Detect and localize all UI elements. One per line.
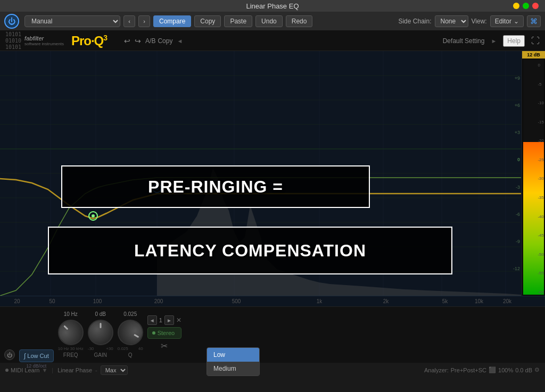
fab-logo-bits: 101010101010101 [5,31,21,51]
freq-label-5k: 5k [442,298,448,304]
band-close-button[interactable]: ✕ [176,316,181,324]
view-select[interactable]: Editor ⌄ [490,15,524,27]
title-bar: Linear Phase EQ [0,0,545,12]
freq-label-20: 20 [14,298,20,304]
paste-button[interactable]: Paste [224,15,252,27]
nav-next-button[interactable]: › [138,15,150,27]
freq-label-200: 200 [154,298,163,304]
default-setting-label: Default Setting [443,37,485,45]
q-knob-value: 0.025 [123,311,137,319]
freq-label-2k: 2k [383,298,389,304]
freq-label-500: 500 [232,298,241,304]
side-chain-label: Side Chain: [398,18,431,25]
band-type-label: Low Cut [27,353,48,359]
redo-button[interactable]: Redo [286,15,313,27]
q-knob[interactable] [113,315,148,350]
undo-icon-button[interactable]: ↩ [124,37,130,45]
plugin-controls: ↩ ↪ A/B Copy ◄ [124,37,183,45]
stereo-button[interactable]: Stereo [147,327,181,339]
band-strip: ⏻ ∫ Low Cut 12 dB/oct 10 Hz 10 Hz 30 kHz… [0,306,545,362]
nav-right-icon: ► [491,38,497,44]
latency-text: LATENCY COMPENSATION [134,241,366,261]
freq-knob-label: FREQ [63,352,78,358]
gain-knob-label: GAIN [94,352,106,358]
ab-copy-control[interactable]: A/B Copy [145,37,172,45]
q-knob-group: 0.025 0.025 40 Q [118,311,143,358]
band-number: 1 [159,317,162,323]
undo-button[interactable]: Undo [255,15,283,27]
side-chain-select[interactable]: None [435,15,468,27]
pre-ringing-annotation: PRE-RINGING = [61,165,370,208]
plugin-header: 101010101010101 fabfilter software instr… [0,31,545,51]
redo-icon-button[interactable]: ↪ [135,37,141,45]
copy-button[interactable]: Copy [194,15,221,27]
scissors-button[interactable]: ✂ [147,341,181,351]
power-button[interactable]: ⏻ [4,14,19,29]
compare-button[interactable]: Compare [153,15,191,27]
freq-label-10k: 10k [475,298,483,304]
dropdown-item-medium[interactable]: Medium [207,362,259,376]
phase-dropdown[interactable]: Low Medium [207,347,260,376]
gain-knob[interactable] [88,320,113,345]
freq-knob-group: 10 Hz 10 Hz 30 kHz FREQ [58,311,84,358]
proq-logo: Pro·Q3 [71,34,107,48]
nav-left-icon: ◄ [177,38,183,44]
gain-knob-group: 0 dB -30 +30 GAIN [88,311,113,358]
db-scale-left: +9 +6 +3 0 -3 -6 -9 -12 [505,51,521,296]
pre-ringing-text: PRE-RINGING = [148,177,283,197]
stereo-indicator [152,331,155,335]
freq-label-50: 50 [49,298,55,304]
band-slope-label: 12 dB/oct [19,363,54,369]
freq-label-20k: 20k [503,298,511,304]
help-button[interactable]: Help [503,35,525,47]
gain-knob-value: 0 dB [95,311,106,319]
nav-prev-button[interactable]: ‹ [123,15,135,27]
band-nav-panel: ◄ 1 ► ✕ Stereo ✂ [147,315,181,351]
freq-knob-value: 10 Hz [64,311,78,319]
window-title: Linear Phase EQ [246,2,299,10]
band-power-button[interactable]: ⏻ [4,349,15,360]
window-controls [513,3,539,9]
preset-select[interactable]: Manual [24,15,120,27]
freq-label-1k: 1k [317,298,323,304]
band-next-button[interactable]: ► [164,315,174,325]
freq-knob[interactable] [53,314,89,351]
fullscreen-button[interactable]: ⛶ [531,36,540,46]
meter-peak-label: 12 dB [522,51,545,59]
band-prev-button[interactable]: ◄ [147,315,157,325]
svg-point-20 [92,214,95,218]
close-button[interactable] [532,3,539,9]
freq-label-100: 100 [93,298,102,304]
maximize-button[interactable] [523,3,529,9]
minimize-button[interactable] [513,3,519,9]
q-knob-label: Q [128,352,133,358]
midi-dot [5,369,9,372]
toolbar: ⏻ Manual ‹ › Compare Copy Paste Undo Red… [0,12,545,31]
eq-main[interactable]: +9 +6 +3 0 -3 -6 -9 -12 12 dB 0 -5 -10 -… [0,51,545,296]
view-label: View: [472,18,487,25]
link-button[interactable]: ⌘ [527,15,541,27]
dropdown-item-low[interactable]: Low [207,348,259,362]
latency-compensation-annotation: LATENCY COMPENSATION [48,227,452,274]
level-meter: 12 dB 0 -5 -10 -15 -20 -25 -30 -35 -40 -… [522,51,545,296]
frequency-axis: 20 50 100 200 500 1k 2k 5k 10k 20k [0,296,545,306]
band-type-button[interactable]: ∫ Low Cut [19,349,54,362]
svg-point-19 [89,212,97,220]
fabfilter-logo: fabfilter software instruments [24,35,64,46]
